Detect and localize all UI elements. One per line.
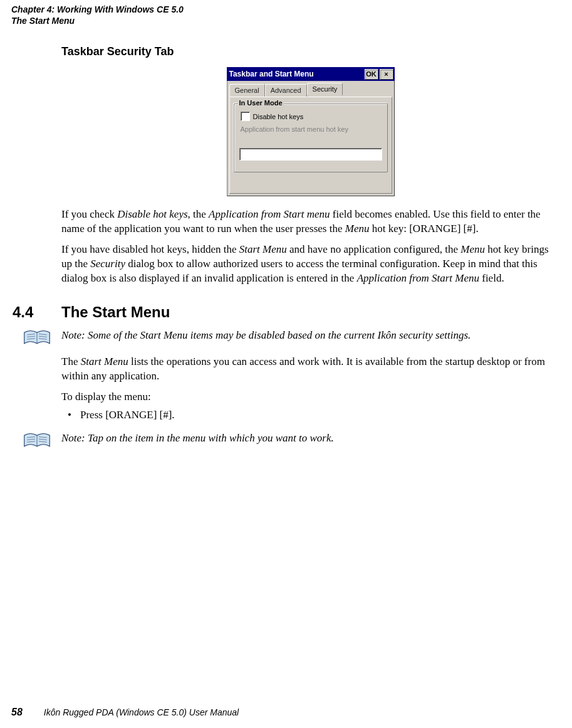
note-2: Note: Tap on the item in the menu with w…	[13, 431, 559, 449]
tab-advanced[interactable]: Advanced	[265, 84, 307, 97]
page-number: 58	[11, 707, 23, 718]
dialog-titlebar: Taskbar and Start Menu OK ×	[227, 67, 395, 81]
app-from-start-input[interactable]	[239, 148, 382, 161]
note-1: Note: Some of the Start Menu items may b…	[13, 329, 559, 346]
section-title: The Start Menu	[61, 303, 170, 321]
dialog-taskbar-start-menu: Taskbar and Start Menu OK × General Adva…	[227, 67, 395, 196]
checkbox-disable-hot-keys[interactable]	[241, 112, 250, 121]
paragraph-3: The Start Menu lists the operations you …	[61, 355, 559, 384]
page-footer: 58 Ikôn Rugged PDA (Windows CE 5.0) User…	[11, 707, 239, 718]
note-2-text: Note: Tap on the item in the menu with w…	[61, 431, 559, 446]
page-header: Chapter 4: Working With Windows CE 5.0 T…	[0, 0, 572, 28]
header-section: The Start Menu	[11, 15, 561, 26]
groupbox-legend: In User Mode	[238, 99, 284, 107]
bullet-list: Press [ORANGE] [#].	[61, 408, 559, 423]
dialog-body: General Advanced Security In User Mode D…	[227, 81, 395, 196]
ok-button[interactable]: OK	[365, 69, 378, 80]
book-icon	[13, 431, 61, 449]
paragraph-1: If you check Disable hot keys, the Appli…	[61, 208, 559, 236]
tab-security[interactable]: Security	[307, 83, 343, 95]
heading-start-menu: 4.4 The Start Menu	[13, 303, 559, 321]
tab-general[interactable]: General	[229, 84, 265, 97]
note-1-text: Note: Some of the Start Menu items may b…	[61, 329, 559, 343]
app-from-start-label: Application from start menu hot key	[241, 125, 381, 134]
section-number: 4.4	[13, 303, 61, 321]
book-icon	[13, 329, 61, 346]
paragraph-4: To display the menu:	[61, 390, 559, 404]
groupbox-user-mode: In User Mode Disable hot keys Applicatio…	[234, 103, 388, 172]
bullet-item-1: Press [ORANGE] [#].	[61, 408, 559, 423]
dialog-title: Taskbar and Start Menu	[229, 70, 363, 78]
checkbox-label: Disable hot keys	[253, 113, 304, 120]
heading-taskbar-security: Taskbar Security Tab	[61, 45, 559, 58]
header-chapter: Chapter 4: Working With Windows CE 5.0	[11, 4, 561, 15]
tab-panel-security: In User Mode Disable hot keys Applicatio…	[229, 97, 392, 194]
footer-doc-title: Ikôn Rugged PDA (Windows CE 5.0) User Ma…	[44, 707, 239, 717]
paragraph-2: If you have disabled hot keys, hidden th…	[61, 243, 559, 286]
close-button[interactable]: ×	[380, 69, 393, 80]
